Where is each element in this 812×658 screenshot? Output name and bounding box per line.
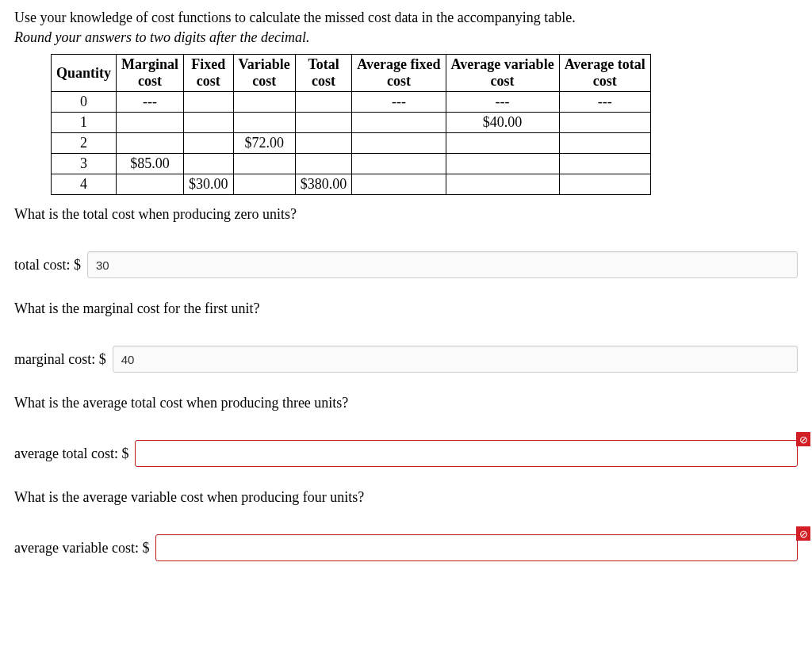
cell-quantity: 1 <box>52 113 117 133</box>
cell-vc <box>233 174 295 195</box>
question-2: What is the marginal cost for the first … <box>14 300 798 317</box>
average-variable-cost-input[interactable] <box>155 534 798 561</box>
total-cost-input[interactable] <box>87 251 798 278</box>
intro-text: Use your knowledge of cost functions to … <box>14 10 798 26</box>
average-total-cost-input[interactable] <box>135 440 798 467</box>
cell-quantity: 3 <box>52 154 117 174</box>
sub-intro-text: Round your answers to two digits after t… <box>14 29 798 46</box>
table-row: 0 --- --- --- --- <box>52 92 651 113</box>
cell-tc <box>295 133 352 154</box>
cell-fc <box>184 113 234 133</box>
cell-tc <box>295 113 352 133</box>
cell-tc <box>295 154 352 174</box>
col-quantity: Quantity <box>52 55 117 92</box>
cell-atc <box>559 133 650 154</box>
col-total-cost: Totalcost <box>295 55 352 92</box>
cell-fc <box>184 92 234 113</box>
cell-quantity: 2 <box>52 133 117 154</box>
table-row: 2 $72.00 <box>52 133 651 154</box>
answer-1-label: total cost: $ <box>14 257 81 274</box>
table-row: 4 $30.00 $380.00 <box>52 174 651 195</box>
cell-atc <box>559 174 650 195</box>
marginal-cost-input[interactable] <box>113 346 798 373</box>
col-marginal-cost: Marginalcost <box>117 55 184 92</box>
answer-4-label: average variable cost: $ <box>14 540 149 557</box>
cell-atc <box>559 113 650 133</box>
cell-avc <box>446 174 559 195</box>
col-avc: Average variablecost <box>446 55 559 92</box>
question-4: What is the average variable cost when p… <box>14 489 798 506</box>
answer-3-label: average total cost: $ <box>14 446 128 462</box>
table-row: 3 $85.00 <box>52 154 651 174</box>
cell-avc <box>446 154 559 174</box>
error-icon: ⊘ <box>796 526 810 541</box>
cell-vc <box>233 92 295 113</box>
cost-table: Quantity Marginalcost Fixedcost Variable… <box>51 54 651 195</box>
question-1: What is the total cost when producing ze… <box>14 206 798 223</box>
cell-mc: --- <box>117 92 184 113</box>
cell-mc: $85.00 <box>117 154 184 174</box>
cell-atc <box>559 154 650 174</box>
cell-atc: --- <box>559 92 650 113</box>
cell-avc: $40.00 <box>446 113 559 133</box>
table-header-row: Quantity Marginalcost Fixedcost Variable… <box>52 55 651 92</box>
cell-avc: --- <box>446 92 559 113</box>
col-variable-cost: Variablecost <box>233 55 295 92</box>
cell-afc: --- <box>352 92 446 113</box>
col-afc: Average fixedcost <box>352 55 446 92</box>
cell-mc <box>117 174 184 195</box>
cell-mc <box>117 133 184 154</box>
question-3: What is the average total cost when prod… <box>14 395 798 411</box>
answer-2-label: marginal cost: $ <box>14 351 106 368</box>
cell-quantity: 4 <box>52 174 117 195</box>
cell-afc <box>352 154 446 174</box>
cell-mc <box>117 113 184 133</box>
cell-vc <box>233 154 295 174</box>
cell-tc <box>295 92 352 113</box>
cell-afc <box>352 174 446 195</box>
cell-vc: $72.00 <box>233 133 295 154</box>
cell-vc <box>233 113 295 133</box>
cell-quantity: 0 <box>52 92 117 113</box>
cell-tc: $380.00 <box>295 174 352 195</box>
col-fixed-cost: Fixedcost <box>184 55 234 92</box>
error-icon: ⊘ <box>796 432 810 446</box>
cell-fc: $30.00 <box>184 174 234 195</box>
cell-afc <box>352 133 446 154</box>
cell-afc <box>352 113 446 133</box>
table-row: 1 $40.00 <box>52 113 651 133</box>
cell-fc <box>184 133 234 154</box>
cell-fc <box>184 154 234 174</box>
col-atc: Average totalcost <box>559 55 650 92</box>
cell-avc <box>446 133 559 154</box>
